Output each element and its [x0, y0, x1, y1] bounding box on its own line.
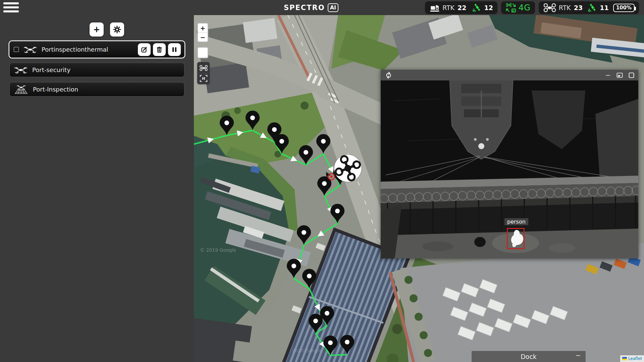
pause-mission-button[interactable] — [168, 43, 181, 56]
trash-icon — [156, 46, 163, 53]
switch-camera-icon[interactable] — [385, 71, 392, 79]
dock-satellite-icon — [472, 3, 481, 12]
brand-name: SPECTRO — [284, 4, 325, 12]
gear-icon — [113, 25, 121, 34]
thermal-bag — [474, 237, 486, 247]
menu-icon[interactable] — [3, 2, 20, 13]
video-title-bar: − — [381, 70, 638, 80]
map-attribution: Leaflet — [620, 355, 644, 362]
attribution-link[interactable]: Leaflet — [628, 356, 642, 361]
network-type-label: 4G — [519, 3, 531, 12]
pause-icon — [172, 47, 177, 53]
drone-rtk-label: RTK — [559, 4, 571, 11]
drone-sat-count: 11 — [600, 4, 608, 11]
drone-icon — [543, 3, 556, 13]
mission-sidebar: + — [0, 15, 194, 362]
center-on-drone-button[interactable] — [198, 63, 209, 73]
drone-satellite-icon — [588, 3, 597, 12]
drone-video-panel: − — [381, 70, 638, 258]
mission-list: Portinspectionthermal — [9, 41, 184, 102]
minimize-video-button[interactable]: − — [605, 71, 611, 79]
dock-panel-header[interactable]: Dock − — [472, 351, 586, 362]
drone-position-marker[interactable] — [334, 155, 362, 182]
mission-row-port-inspection[interactable]: Port-Inspection — [9, 82, 184, 97]
dock-station-icon — [429, 3, 440, 12]
drone-scan-icon — [14, 84, 29, 95]
pip-icon — [616, 72, 623, 78]
map-controls: + − H — [197, 23, 210, 84]
svg-text:H: H — [202, 76, 205, 81]
top-bar: SPECTRO AI RTK 22 12 — [0, 0, 644, 15]
ukraine-flag-icon — [622, 357, 627, 360]
detection-label: person — [504, 218, 528, 225]
center-on-home-button[interactable]: H — [198, 73, 209, 83]
dock-minimize-button[interactable]: − — [575, 351, 581, 359]
dock-rtk-label: RTK — [442, 4, 454, 11]
drone-mission-icon — [14, 66, 28, 74]
mission-actions — [138, 43, 181, 56]
mission-name: Port-Inspection — [33, 86, 78, 93]
brand-logo: SPECTRO AI — [284, 0, 338, 15]
mission-name: Port-security — [32, 66, 70, 73]
pip-video-button[interactable] — [616, 72, 623, 78]
battery-indicator: 100% — [613, 4, 635, 12]
edit-icon — [141, 46, 148, 53]
dock-panel-title: Dock — [521, 353, 537, 360]
maximize-video-button[interactable] — [629, 72, 634, 78]
sidebar-toolbar: + — [90, 22, 124, 37]
detected-person — [508, 229, 524, 248]
drone-map-controls: H — [197, 62, 210, 84]
network-status-group: 4G — [501, 1, 535, 14]
edit-mission-button[interactable] — [138, 43, 151, 56]
mission-checkbox[interactable] — [14, 47, 19, 52]
mission-row-port-security[interactable]: Port-security — [9, 63, 184, 77]
drone-transfer-icon — [505, 2, 516, 13]
add-mission-button[interactable]: + — [90, 22, 104, 37]
delete-mission-button[interactable] — [153, 43, 166, 56]
waypoint-tool-button[interactable] — [197, 47, 208, 58]
detection-bounding-box — [507, 228, 525, 249]
dock-sat-count: 12 — [484, 4, 493, 11]
settings-button[interactable] — [110, 22, 124, 37]
maximize-icon — [629, 72, 634, 78]
mission-name: Portinspectionthermal — [42, 46, 108, 53]
drone-mission-icon — [23, 45, 37, 54]
map-pin-icon — [200, 49, 206, 57]
status-bar: RTK 22 12 4G — [425, 1, 639, 14]
mission-row-portinspectionthermal[interactable]: Portinspectionthermal — [9, 41, 184, 58]
dock-status-group: RTK 22 12 — [425, 1, 497, 14]
zoom-in-button[interactable]: + — [198, 23, 208, 33]
zoom-out-button[interactable]: − — [198, 33, 208, 42]
brand-ai-badge: AI — [328, 3, 338, 12]
dock-rtk-value: 22 — [458, 4, 466, 11]
thermal-video-feed[interactable]: person — [381, 80, 638, 258]
drone-rtk-value: 23 — [574, 4, 583, 11]
drone-status-group: RTK 23 11 100% — [539, 1, 639, 14]
